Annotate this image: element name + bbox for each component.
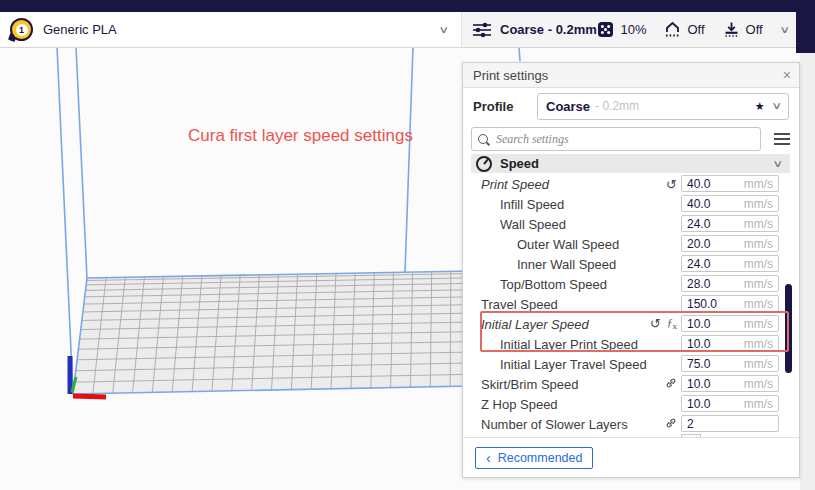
support-summary: Off — [664, 21, 704, 38]
setting-value: 28.0 — [682, 277, 710, 291]
setting-label: Outer Wall Speed — [517, 237, 619, 252]
settings-list: Print Speed↺40.0mm/sInfill Speed40.0mm/s… — [463, 174, 799, 434]
material-name: Generic PLA — [43, 22, 117, 37]
setting-value-box[interactable]: 40.0mm/s — [681, 195, 779, 212]
setting-row[interactable]: Infill Speed40.0mm/s — [463, 194, 799, 214]
speedometer-icon — [476, 156, 492, 172]
search-icon — [478, 134, 488, 144]
setting-row[interactable]: Number of Slower Layers2 — [463, 414, 799, 434]
setting-row[interactable]: Skirt/Brim Speed10.0mm/s — [463, 374, 799, 394]
setting-row[interactable]: Outer Wall Speed20.0mm/s — [463, 234, 799, 254]
setting-value: 20.0 — [682, 237, 710, 251]
panel-title: Print settings — [463, 68, 548, 83]
search-input[interactable] — [494, 131, 754, 148]
setting-value-box[interactable]: 28.0mm/s — [681, 275, 779, 292]
annotation-box — [480, 311, 789, 352]
setting-row[interactable]: Inner Wall Speed24.0mm/s — [463, 254, 799, 274]
recommended-button[interactable]: ‹ Recommended — [475, 447, 593, 469]
setting-label: Top/Bottom Speed — [500, 277, 607, 292]
setting-row[interactable]: Top/Bottom Speed28.0mm/s — [463, 274, 799, 294]
setting-row[interactable]: Print Speed↺40.0mm/s — [463, 174, 799, 194]
setting-row[interactable]: Wall Speed24.0mm/s — [463, 214, 799, 234]
setting-icons: ↺ — [637, 178, 677, 191]
setting-label: Initial Layer Travel Speed — [500, 357, 647, 372]
setting-value-box[interactable]: 10.0mm/s — [681, 395, 779, 412]
setting-value-box[interactable]: 10.0mm/s — [681, 375, 779, 392]
setting-unit: mm/s — [744, 197, 778, 211]
setting-row[interactable]: Z Hop Speed10.0mm/s — [463, 394, 799, 414]
print-settings-summary[interactable]: Coarse - 0.2mm 10% Off — [462, 12, 800, 47]
adhesion-icon — [723, 21, 740, 38]
infill-summary: 10% — [597, 21, 646, 38]
setting-label: Inner Wall Speed — [517, 257, 616, 272]
chevron-down-icon[interactable]: ∨ — [779, 25, 790, 35]
setting-value: 2 — [682, 417, 694, 431]
setting-value-box[interactable]: 20.0mm/s — [681, 235, 779, 252]
setting-value-box[interactable]: 24.0mm/s — [681, 255, 779, 272]
configuration-toolbar: 1 Generic PLA ∨ Coarse - 0.2mm 10% — [0, 12, 800, 48]
setting-unit: mm/s — [744, 297, 778, 311]
settings-visibility-menu-icon[interactable] — [774, 133, 790, 145]
profile-dropdown[interactable]: Coarse - 0.2mm ★ ∨ — [537, 93, 789, 120]
setting-value: 10.0 — [682, 397, 710, 411]
setting-row[interactable]: Initial Layer Travel Speed75.0mm/s — [463, 354, 799, 374]
adhesion-value: Off — [746, 22, 763, 37]
setting-value: 75.0 — [682, 357, 710, 371]
setting-unit: mm/s — [744, 237, 778, 251]
setting-label: Print Speed — [481, 177, 549, 192]
panel-header[interactable]: Print settings × — [463, 63, 799, 88]
setting-unit: mm/s — [744, 377, 778, 391]
close-icon[interactable]: × — [783, 67, 791, 83]
search-box[interactable] — [471, 127, 761, 151]
setting-label: Number of Slower Layers — [481, 417, 628, 432]
recommended-label: Recommended — [498, 451, 583, 465]
setting-label: Travel Speed — [481, 297, 558, 312]
setting-unit: mm/s — [744, 277, 778, 291]
reset-icon[interactable]: ↺ — [666, 178, 677, 191]
setting-unit: mm/s — [744, 217, 778, 231]
star-icon: ★ — [755, 100, 765, 113]
setting-value-box[interactable]: 150.0mm/s — [681, 295, 779, 312]
extruder-icon: 1 — [10, 18, 33, 41]
setting-unit: mm/s — [744, 397, 778, 411]
search-row — [463, 124, 799, 154]
sliders-icon — [472, 21, 492, 39]
setting-value-box[interactable]: 2 — [681, 415, 779, 432]
print-settings-panel: Print settings × Profile Coarse - 0.2mm … — [462, 62, 800, 478]
profile-row: Profile Coarse - 0.2mm ★ ∨ — [463, 88, 799, 124]
setting-unit: mm/s — [744, 257, 778, 271]
extruder-number: 1 — [16, 24, 28, 36]
setting-unit: mm/s — [744, 357, 778, 371]
link-icon — [665, 377, 677, 391]
section-header-speed[interactable]: Speed ∨ — [471, 154, 790, 173]
chevron-down-icon: ∨ — [771, 101, 782, 111]
setting-value: 24.0 — [682, 257, 710, 271]
profile-suffix: - 0.2mm — [595, 99, 639, 113]
setting-value: 40.0 — [682, 177, 710, 191]
panel-footer: ‹ Recommended — [463, 437, 799, 477]
setting-label: Infill Speed — [500, 197, 564, 212]
material-selector[interactable]: 1 Generic PLA ∨ — [0, 12, 462, 47]
setting-label: Z Hop Speed — [481, 397, 558, 412]
setting-icons — [637, 417, 677, 431]
profile-value: Coarse — [546, 99, 590, 114]
profile-summary: Coarse - 0.2mm — [500, 22, 597, 37]
setting-label: Wall Speed — [500, 217, 566, 232]
setting-label: Skirt/Brim Speed — [481, 377, 579, 392]
chevron-down-icon: ∨ — [438, 25, 449, 35]
profile-label: Profile — [463, 99, 537, 114]
setting-value-box[interactable]: 24.0mm/s — [681, 215, 779, 232]
setting-value-box[interactable]: 40.0mm/s — [681, 175, 779, 192]
app-header-strip — [0, 0, 815, 12]
window-gutter — [800, 53, 815, 490]
setting-value: 40.0 — [682, 197, 710, 211]
app-header-corner — [796, 0, 815, 53]
chevron-left-icon: ‹ — [486, 451, 491, 465]
setting-value-box[interactable]: 75.0mm/s — [681, 355, 779, 372]
infill-icon — [597, 21, 614, 38]
setting-value: 10.0 — [682, 377, 710, 391]
annotation-text: Cura first layer speed settings — [188, 126, 413, 146]
section-title: Speed — [500, 156, 539, 171]
setting-unit: mm/s — [744, 177, 778, 191]
adhesion-summary: Off — [723, 21, 763, 38]
